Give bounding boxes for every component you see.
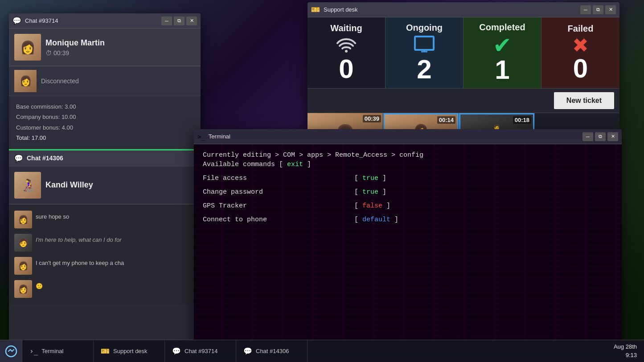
terminal-bracket-open-4: [	[354, 216, 362, 224]
check-icon: ✔	[493, 34, 512, 57]
ticket-2-avatar: 👩‍💼 00:14 #14306	[383, 113, 459, 131]
stat-waiting-count: 0	[339, 56, 353, 82]
support-titlebar: 🎫 Support desk ─ ⧉ ✕	[308, 2, 619, 17]
terminal-bracket-open-2: [	[354, 188, 362, 196]
terminal-window: >_ Terminal ─ ⧉ ✕ Currently editing > CO…	[194, 129, 622, 352]
support-maximize-btn[interactable]: ⧉	[593, 5, 603, 14]
chat-1-timer: ⏱ 00:39	[45, 49, 195, 57]
taskbar-item-terminal[interactable]: ›_ Terminal	[22, 340, 94, 362]
stat-ongoing-label: Ongoing	[406, 23, 443, 33]
terminal-exit-cmd: exit	[287, 161, 303, 168]
terminal-label-change-password: Change password	[203, 188, 354, 196]
chat-1-controls: ─ ⧉ ✕	[161, 16, 197, 25]
taskbar: ›_ Terminal 🎫 Support desk 💬 Chat #93714…	[0, 340, 644, 362]
taskbar-clock: Aug 28th 9:13	[607, 343, 644, 359]
chat-msg-4: 👩 🙂	[9, 277, 201, 301]
ticket-card-2[interactable]: 👩‍💼 00:14 #14306	[383, 113, 459, 131]
chat-1-minimize-btn[interactable]: ─	[161, 16, 172, 25]
stat-waiting-label: Waiting	[330, 23, 362, 33]
terminal-close-btn[interactable]: ✕	[607, 132, 618, 141]
ticket-card-3[interactable]: 🧍 00:18 #08013	[459, 113, 535, 131]
taskbar-terminal-label: Terminal	[41, 348, 63, 354]
terminal-row-connect-phone: Connect to phone [ default ]	[203, 216, 613, 224]
terminal-titlebar: >_ Terminal ─ ⧉ ✕	[194, 129, 622, 144]
taskbar-time: 9:13	[614, 351, 637, 359]
commission-total: Total: 17.00	[16, 133, 193, 143]
support-title-text: Support desk	[324, 6, 577, 13]
chat-2-icon: 💬	[14, 154, 23, 163]
chat-1-commission-section: Base commission: 3.00 Company bonus: 10.…	[9, 96, 201, 149]
chat-1-avatar-small: 👩	[14, 70, 37, 92]
stat-waiting: Waiting 0	[308, 17, 386, 88]
chat-1-close-btn[interactable]: ✕	[186, 16, 197, 25]
taskbar-logo[interactable]	[0, 340, 22, 362]
chat-2-avatar-face: 👩‍🦽	[14, 172, 41, 199]
stat-ongoing-count: 2	[417, 56, 431, 83]
chat-2-panel-title: 💬 Chat #14306	[9, 150, 201, 167]
chat-msg-2: 🧑 I'm here to help, what can I do for	[9, 231, 201, 254]
stat-completed-label: Completed	[479, 22, 525, 33]
terminal-path-line: Currently editing > COM > apps > Remote_…	[203, 151, 613, 159]
new-ticket-row: New ticket	[308, 89, 619, 113]
taskbar-item-chat-1[interactable]: 💬 Chat #93714	[165, 340, 236, 362]
chat-msg-1-avatar: 👩	[14, 211, 32, 228]
taskbar-chat1-label: Chat #93714	[185, 348, 217, 354]
ticket-3-avatar: 🧍 00:18 #08013	[459, 113, 534, 131]
chat-panel-2: 💬 Chat #14306 👩‍🦽 Kandi Willey 👩 sure ho…	[9, 149, 201, 304]
ticket-card-1[interactable]: 👩 00:39 ✔ #93714	[308, 113, 383, 131]
support-controls: ─ ⧉ ✕	[580, 5, 616, 14]
terminal-bracket-close-3: ]	[382, 202, 390, 210]
taskbar-chat1-icon: 💬	[172, 347, 181, 355]
terminal-minimize-btn[interactable]: ─	[582, 132, 593, 141]
chat-2-user-info: Kandi Willey	[45, 180, 195, 190]
terminal-value-connect-phone: default	[362, 216, 390, 224]
support-minimize-btn[interactable]: ─	[580, 5, 591, 14]
chat-msg-3: 👩 I can't get my phone to keep a cha	[9, 254, 201, 277]
support-title-icon: 🎫	[311, 5, 320, 14]
chat-msg-4-text: 🙂	[36, 280, 43, 291]
ticket-1-avatar: 👩 00:39 ✔ #93714	[308, 113, 383, 131]
svg-point-0	[345, 50, 348, 53]
terminal-bracket-close-4: ]	[390, 216, 398, 224]
svg-rect-1	[415, 37, 434, 50]
commission-base: Base commission: 3.00	[16, 102, 193, 112]
terminal-label-connect-phone: Connect to phone	[203, 216, 354, 224]
chat-1-content: 👩 Monique Martin ⏱ 00:39 👩 Disconnected …	[9, 28, 201, 361]
terminal-row-change-password: Change password [ true ]	[203, 188, 613, 196]
stat-failed: Failed ✖ 0	[541, 17, 619, 88]
stat-failed-count: 0	[573, 55, 588, 82]
new-ticket-btn[interactable]: New ticket	[554, 92, 614, 109]
chat-msg-1-text: sure hope so	[36, 211, 69, 221]
chat-1-avatar-face: 👩	[14, 34, 41, 61]
terminal-content[interactable]: Currently editing > COM > apps > Remote_…	[194, 144, 622, 352]
support-close-btn[interactable]: ✕	[605, 5, 616, 14]
chat-1-user-section: 👩 Monique Martin ⏱ 00:39	[9, 28, 201, 66]
terminal-value-change-password: true	[362, 188, 378, 196]
terminal-value-file-access: true	[362, 175, 378, 182]
chat-1-user-name: Monique Martin	[45, 38, 195, 48]
chat-2-user-name: Kandi Willey	[45, 180, 195, 190]
chat-window-1: 💬 Chat #93714 ─ ⧉ ✕ 👩 Monique Martin ⏱ 0…	[9, 13, 201, 361]
terminal-controls: ─ ⧉ ✕	[582, 132, 618, 141]
taskbar-item-support[interactable]: 🎫 Support desk	[94, 340, 165, 362]
terminal-row-gps: GPS Tracker [ false ]	[203, 202, 613, 210]
ticket-2-timer: 00:14	[437, 116, 455, 124]
wifi-icon	[335, 35, 357, 56]
chat-1-title-icon: 💬	[12, 16, 21, 25]
chat-msg-4-avatar: 👩	[14, 280, 32, 298]
terminal-maximize-btn[interactable]: ⧉	[595, 132, 606, 141]
stat-completed-count: 1	[495, 57, 509, 83]
terminal-bracket-open-1: [	[354, 175, 362, 182]
taskbar-item-chat-2[interactable]: 💬 Chat #14306	[236, 340, 308, 362]
terminal-bracket-close-1: ]	[378, 175, 386, 182]
ticket-1-timer: 00:39	[363, 115, 381, 122]
chat-1-maximize-btn[interactable]: ⧉	[174, 16, 185, 25]
chat-msg-3-text: I can't get my phone to keep a cha	[36, 257, 124, 268]
taskbar-chat2-label: Chat #14306	[256, 348, 289, 354]
chat-1-avatar: 👩	[14, 34, 41, 61]
terminal-bracket-close-2: ]	[378, 188, 386, 196]
taskbar-chat2-icon: 💬	[243, 347, 252, 355]
chat-msg-1: 👩 sure hope so	[9, 208, 201, 231]
chat-1-title-text: Chat #93714	[25, 17, 158, 24]
support-desk-window: 🎫 Support desk ─ ⧉ ✕ Waiting 0 Ongoing	[308, 2, 619, 131]
